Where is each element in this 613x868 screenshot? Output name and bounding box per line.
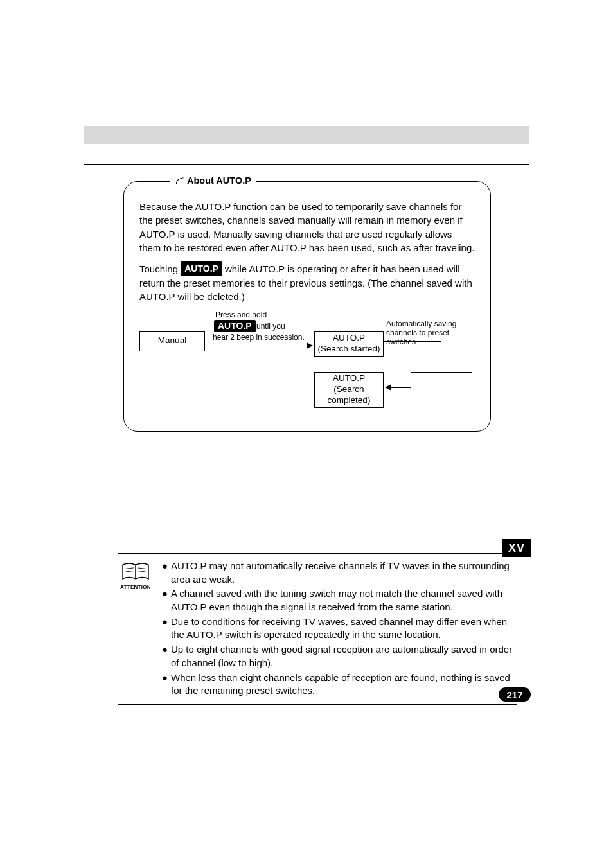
manual-label: Manual	[158, 335, 186, 346]
list-item: ●AUTO.P may not automatically receive ch…	[162, 560, 517, 586]
autop-flow-diagram: Press and hold AUTO.P until you hear 2 b…	[134, 310, 480, 421]
bullet-icon: ●	[162, 616, 171, 642]
about-para-2: Touching AUTO.P while AUTO.P is operatin…	[134, 261, 480, 304]
list-item: ●Due to conditions for receiving TV wave…	[162, 616, 517, 642]
page-number: 217	[506, 689, 522, 700]
diagram-text-hear: hear 2 beep in succession.	[213, 333, 305, 342]
autop-chip: AUTO.P	[181, 261, 222, 276]
bullet-icon: ●	[162, 643, 171, 669]
about-para-1: Because the AUTO.P function can be used …	[134, 200, 480, 255]
item-text: Due to conditions for receiving TV waves…	[171, 616, 517, 642]
diagram-box-empty	[411, 372, 472, 391]
connector-search-to-empty-h	[384, 341, 441, 342]
about-legend-text: About AUTO.P	[187, 175, 251, 186]
page-number-badge: 217	[499, 687, 531, 702]
search-completed-l2: (Search	[333, 384, 364, 395]
attention-list: ●AUTO.P may not automatically receive ch…	[162, 560, 517, 699]
item-text: When less than eight channels capable of…	[171, 671, 517, 698]
diagram-text-press-hold: Press and hold	[215, 310, 267, 319]
about-legend: About AUTO.P	[170, 175, 256, 186]
diagram-box-search-started: AUTO.P (Search started)	[314, 331, 384, 357]
diagram-box-search-completed: AUTO.P (Search completed)	[314, 372, 384, 408]
attention-rule-bottom	[118, 704, 517, 705]
auto-save-l2: channels to preset switches	[386, 328, 449, 346]
book-icon	[121, 561, 150, 583]
search-completed-l3: completed)	[328, 395, 371, 406]
section-divider	[84, 164, 529, 165]
curve-tick-icon	[175, 176, 184, 185]
list-item: ●A channel saved with the tuning switch …	[162, 587, 517, 614]
about-autop-box: About AUTO.P Because the AUTO.P function…	[123, 181, 491, 432]
autop-chip-diagram: AUTO.P	[214, 320, 256, 332]
auto-save-l1: Automatically saving	[386, 319, 456, 328]
header-bar	[84, 126, 529, 144]
search-completed-l1: AUTO.P	[333, 373, 365, 384]
search-started-l1: AUTO.P	[333, 333, 365, 344]
attention-label: ATTENTION	[120, 584, 151, 590]
bullet-icon: ●	[162, 671, 171, 698]
diagram-box-manual: Manual	[139, 331, 205, 351]
search-started-l2: (Search started)	[318, 344, 380, 355]
bullet-icon: ●	[162, 560, 171, 586]
connector-search-to-empty-v	[441, 341, 441, 372]
attention-rule-top	[118, 553, 517, 554]
attention-icon-column: ATTENTION	[118, 560, 153, 699]
list-item: ●Up to eight channels with good signal r…	[162, 643, 517, 669]
diagram-text-auto-save: Automatically saving channels to preset …	[386, 319, 480, 347]
item-text: Up to eight channels with good signal re…	[171, 643, 517, 669]
about-para2-prefix: Touching	[139, 263, 181, 274]
item-text: A channel saved with the tuning switch m…	[171, 587, 517, 614]
attention-block: ATTENTION ●AUTO.P may not automatically …	[118, 553, 517, 711]
diagram-text-until: until you	[256, 322, 285, 331]
item-text: AUTO.P may not automatically receive cha…	[171, 560, 517, 586]
bullet-icon: ●	[162, 587, 171, 614]
list-item: ●When less than eight channels capable o…	[162, 671, 517, 698]
